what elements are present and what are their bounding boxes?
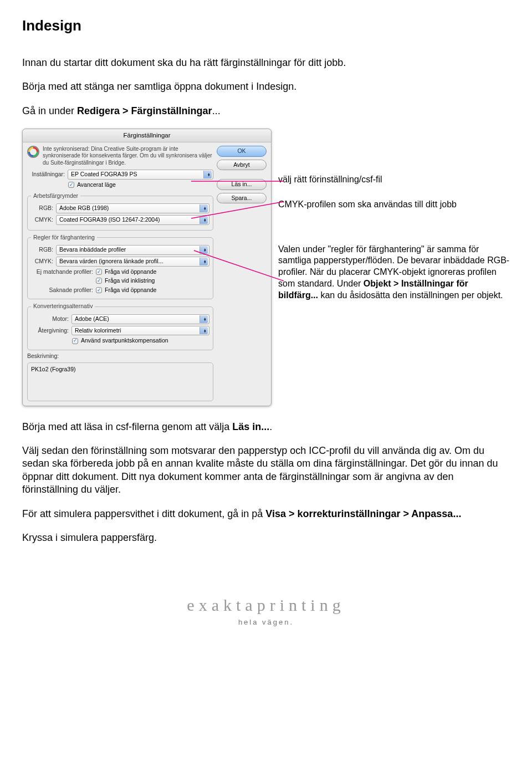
- policy-cmyk-select[interactable]: Bevara värden (ignorera länkade profil..…: [56, 257, 209, 267]
- intro-p1: Innan du startar ditt dokument ska du ha…: [22, 57, 510, 69]
- footer-logo: exaktaprinting: [22, 594, 510, 616]
- mismatch-open-checkbox[interactable]: [96, 269, 102, 275]
- intent-select[interactable]: Relativ kolorimetri: [71, 326, 209, 336]
- mismatch-paste-checkbox[interactable]: [96, 278, 102, 284]
- bpc-checkbox[interactable]: [72, 338, 78, 344]
- settings-label: Inställningar:: [27, 171, 65, 178]
- save-button[interactable]: Spara...: [217, 193, 267, 204]
- intro: Innan du startar ditt dokument ska du ha…: [22, 57, 510, 117]
- intro-p3: Gå in under Redigera > Färginställningar…: [22, 105, 510, 117]
- intro-p2: Börja med att stänga ner samtliga öppna …: [22, 80, 510, 93]
- workspace-cmyk-select[interactable]: Coated FOGRA39 (ISO 12647-2:2004): [56, 215, 209, 225]
- page-title: Indesign: [22, 17, 510, 35]
- annotation-3: Valen under "regler för färghantering" ä…: [278, 244, 510, 301]
- sync-status-text: Inte synkroniserad: Dina Creative Suite-…: [43, 146, 213, 167]
- sync-status-icon: [27, 146, 39, 158]
- policies-group: Regler för färghantering RGB: Bevara inb…: [27, 234, 213, 300]
- ok-button[interactable]: OK: [217, 146, 267, 157]
- missing-open-checkbox[interactable]: [96, 287, 102, 293]
- annotations: välj rätt förinställning/csf-fil CMYK-pr…: [278, 129, 510, 315]
- load-button[interactable]: Läs in...: [217, 179, 267, 190]
- description-box: PK1o2 (Fogra39): [27, 362, 213, 401]
- advanced-checkbox[interactable]: [68, 182, 74, 188]
- advanced-label: Avancerat läge: [77, 181, 116, 189]
- annotation-1: välj rätt förinställning/csf-fil: [278, 174, 510, 186]
- policy-rgb-select[interactable]: Bevara inbäddade profiler: [56, 245, 209, 255]
- settings-select[interactable]: EP Coated FOGRA39 PS: [68, 170, 213, 180]
- body-text: Börja med att läsa in csf-filerna genom …: [22, 421, 510, 545]
- annotation-2: CMYK-profilen som ska användas till ditt…: [278, 199, 510, 211]
- color-settings-dialog: Färginställningar Inte synkroniserad: Di…: [22, 129, 272, 406]
- cancel-button[interactable]: Avbryt: [217, 160, 267, 171]
- dialog-titlebar: Färginställningar: [23, 129, 271, 142]
- footer-tagline: hela vägen.: [22, 618, 510, 627]
- conversion-group: Konverteringsalternativ Motor: Adobe (AC…: [27, 303, 213, 350]
- workspace-rgb-select[interactable]: Adobe RGB (1998): [56, 203, 209, 213]
- engine-select[interactable]: Adobe (ACE): [71, 314, 209, 324]
- footer: exaktaprinting hela vägen.: [22, 594, 510, 627]
- workspace-group: Arbetsfärgrymder RGB: Adobe RGB (1998) C…: [27, 192, 213, 231]
